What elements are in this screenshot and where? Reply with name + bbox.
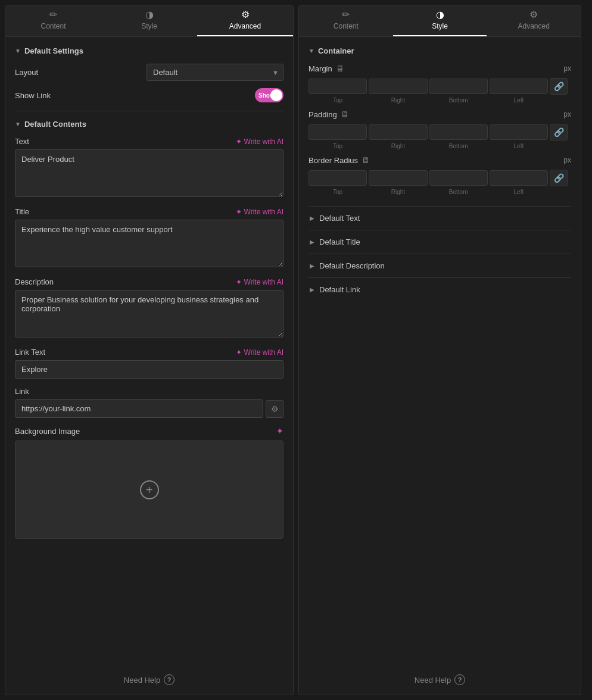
margin-inputs: 🔗 bbox=[309, 78, 571, 95]
description-write-ai-label: Write with AI bbox=[244, 278, 283, 286]
margin-right-input[interactable] bbox=[369, 79, 427, 94]
default-settings-header[interactable]: ▼ Default Settings bbox=[15, 46, 283, 55]
container-section: ▼ Container Margin 🖥 px 🔗 bbox=[309, 46, 571, 206]
default-text-header[interactable]: ▶ Default Text bbox=[309, 214, 571, 223]
text-write-ai-button[interactable]: ✦ Write with AI bbox=[236, 138, 283, 146]
border-radius-sub-labels: Top Right Bottom Left bbox=[309, 189, 571, 195]
monitor-icon-padding: 🖥 bbox=[341, 110, 349, 119]
description-textarea[interactable] bbox=[15, 290, 283, 338]
layout-label: Layout bbox=[15, 68, 38, 77]
sparkle-icon-text: ✦ bbox=[236, 138, 242, 146]
title-textarea[interactable] bbox=[15, 220, 283, 267]
right-tab-bar: ✏ Content ◑ Style ⚙ Advanced bbox=[299, 5, 581, 37]
tab-style-left[interactable]: ◑ Style bbox=[101, 5, 197, 36]
right-need-help[interactable]: Need Help ? bbox=[299, 665, 581, 695]
default-description-header[interactable]: ▶ Default Description bbox=[309, 261, 571, 270]
title-write-ai-button[interactable]: ✦ Write with AI bbox=[236, 208, 283, 216]
default-link-label: Default Link bbox=[319, 285, 360, 294]
padding-link-button[interactable]: 🔗 bbox=[550, 124, 568, 140]
default-contents-title: Default Contents bbox=[24, 120, 86, 129]
link-icon-padding: 🔗 bbox=[554, 127, 564, 137]
link-input[interactable] bbox=[15, 399, 263, 418]
tab-advanced-right[interactable]: ⚙ Advanced bbox=[487, 5, 581, 36]
title-field-block: Title ✦ Write with AI bbox=[15, 207, 283, 269]
default-description-section: ▶ Default Description bbox=[309, 254, 571, 277]
description-write-ai-button[interactable]: ✦ Write with AI bbox=[236, 278, 283, 286]
default-contents-section: ▼ Default Contents Text ✦ Write with AI … bbox=[15, 120, 283, 539]
contents-arrow-icon: ▼ bbox=[15, 121, 21, 127]
link-gear-button[interactable]: ⚙ bbox=[266, 400, 283, 418]
link-text-label: Link Text bbox=[15, 348, 45, 357]
default-contents-header[interactable]: ▼ Default Contents bbox=[15, 120, 283, 129]
description-field-block: Description ✦ Write with AI bbox=[15, 277, 283, 339]
tab-style-right[interactable]: ◑ Style bbox=[393, 5, 487, 36]
description-label: Description bbox=[15, 277, 54, 286]
margin-left-input[interactable] bbox=[490, 79, 548, 94]
text-write-ai-label: Write with AI bbox=[244, 138, 283, 146]
layout-select[interactable]: Default bbox=[147, 64, 283, 81]
link-text-write-ai-button[interactable]: ✦ Write with AI bbox=[236, 348, 283, 357]
border-radius-bottom-input[interactable] bbox=[429, 170, 488, 186]
padding-bottom-input[interactable] bbox=[429, 124, 488, 140]
tab-advanced-label-left: Advanced bbox=[229, 22, 261, 30]
border-radius-top-input[interactable] bbox=[309, 170, 367, 186]
text-field-block: Text ✦ Write with AI bbox=[15, 137, 283, 199]
title-label: Title bbox=[15, 207, 29, 216]
margin-unit-label[interactable]: px bbox=[563, 64, 571, 73]
link-text-field-block: Link Text ✦ Write with AI bbox=[15, 348, 283, 379]
margin-left-label: Left bbox=[490, 97, 548, 104]
show-link-toggle[interactable]: Show bbox=[255, 88, 283, 102]
text-textarea[interactable] bbox=[15, 149, 283, 197]
margin-bottom-input[interactable] bbox=[429, 79, 488, 94]
tab-style-label-left: Style bbox=[141, 22, 157, 30]
border-radius-link-button[interactable]: 🔗 bbox=[550, 170, 568, 186]
padding-right-input[interactable] bbox=[369, 124, 427, 140]
default-link-header[interactable]: ▶ Default Link bbox=[309, 285, 571, 294]
margin-link-button[interactable]: 🔗 bbox=[550, 78, 568, 95]
border-radius-bottom-label: Bottom bbox=[429, 189, 488, 195]
left-help-circle-icon: ? bbox=[164, 674, 175, 685]
padding-label: Padding bbox=[309, 110, 337, 119]
layout-row: Layout Default ▼ bbox=[15, 64, 283, 81]
border-radius-left-input[interactable] bbox=[490, 170, 548, 186]
default-link-section: ▶ Default Link bbox=[309, 277, 571, 301]
tab-content-label-right: Content bbox=[334, 22, 359, 30]
monitor-icon-margin: 🖥 bbox=[336, 64, 344, 73]
background-image-upload[interactable]: + bbox=[15, 440, 283, 539]
border-radius-prop-row: Border Radius 🖥 px bbox=[309, 155, 571, 165]
border-radius-unit-label[interactable]: px bbox=[563, 156, 571, 164]
right-panel-content: ▼ Container Margin 🖥 px 🔗 bbox=[299, 37, 581, 665]
default-title-section: ▶ Default Title bbox=[309, 230, 571, 254]
bg-image-sparkle-icon: ✦ bbox=[276, 426, 283, 436]
padding-prop-row: Padding 🖥 px bbox=[309, 110, 571, 119]
border-radius-inputs: 🔗 bbox=[309, 170, 571, 186]
left-need-help[interactable]: Need Help ? bbox=[5, 665, 293, 695]
link-text-input[interactable] bbox=[15, 360, 283, 379]
tab-content-label-left: Content bbox=[40, 22, 66, 30]
tab-content-right[interactable]: ✏ Content bbox=[299, 5, 393, 36]
padding-left-input[interactable] bbox=[490, 124, 548, 140]
pencil-icon-right: ✏ bbox=[342, 10, 350, 20]
default-title-label: Default Title bbox=[319, 238, 360, 246]
padding-unit-label[interactable]: px bbox=[563, 110, 571, 118]
margin-top-input[interactable] bbox=[309, 79, 367, 94]
padding-bottom-label: Bottom bbox=[429, 143, 488, 149]
padding-top-input[interactable] bbox=[309, 124, 367, 140]
margin-sub-labels: Top Right Bottom Left bbox=[309, 97, 571, 104]
right-need-help-label: Need Help bbox=[415, 676, 451, 685]
margin-bottom-label: Bottom bbox=[429, 97, 488, 104]
tab-content-left[interactable]: ✏ Content bbox=[5, 5, 101, 36]
default-title-header[interactable]: ▶ Default Title bbox=[309, 238, 571, 246]
default-text-section: ▶ Default Text bbox=[309, 206, 571, 230]
gear-icon-left: ⚙ bbox=[241, 10, 250, 20]
border-radius-right-input[interactable] bbox=[369, 170, 427, 186]
right-help-circle-icon: ? bbox=[454, 674, 465, 685]
text-label: Text bbox=[15, 137, 29, 146]
link-icon-margin: 🔗 bbox=[554, 82, 564, 91]
description-label-row: Description ✦ Write with AI bbox=[15, 277, 283, 286]
link-label: Link bbox=[15, 387, 29, 396]
left-panel: ✏ Content ◑ Style ⚙ Advanced ▼ Default S… bbox=[5, 5, 294, 695]
tab-advanced-left[interactable]: ⚙ Advanced bbox=[197, 5, 293, 36]
margin-label-group: Margin 🖥 bbox=[309, 64, 344, 73]
container-header[interactable]: ▼ Container bbox=[309, 46, 571, 55]
